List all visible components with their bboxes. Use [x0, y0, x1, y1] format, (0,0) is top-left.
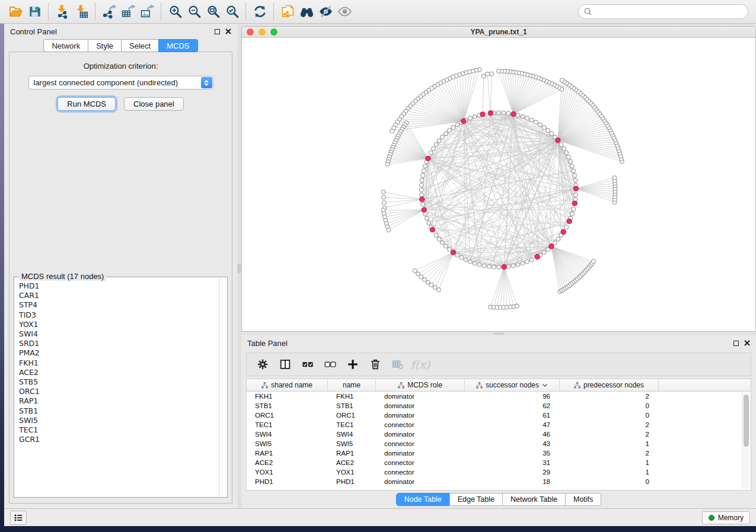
mcds-result-item[interactable]: SWI5	[19, 416, 219, 425]
mcds-result-item[interactable]: PMA2	[19, 348, 219, 358]
mcds-result-item[interactable]: PHD1	[19, 281, 219, 291]
float-panel-icon[interactable]	[215, 29, 220, 34]
tab-style[interactable]: Style	[88, 39, 122, 52]
toolbar-button-zoom-selected[interactable]	[222, 2, 241, 21]
column-header-shared-name[interactable]: shared name	[247, 379, 328, 391]
table-toolbar-button-split-panel[interactable]	[275, 355, 295, 374]
memory-button[interactable]: Memory	[702, 511, 750, 524]
network-edges	[422, 113, 576, 267]
table-row[interactable]: STB1STB1dominator620	[247, 401, 751, 411]
table-toolbar-button-deselect-all[interactable]	[320, 355, 340, 374]
table-cell: 2	[560, 392, 659, 401]
horizontal-splitter[interactable]	[241, 332, 756, 335]
toolbar-button-export-table[interactable]	[119, 2, 138, 21]
toolbar-button-import-table[interactable]	[72, 2, 91, 21]
table-scrollbar[interactable]	[742, 392, 749, 489]
mcds-result-item[interactable]: SRD1	[19, 339, 219, 348]
mcds-result-list[interactable]: PHD1CAR1STP4TID3YOX1SWI4SRD1PMA2FKH1ACE2…	[15, 278, 219, 496]
table-cell: YOX1	[247, 467, 328, 477]
tab-node-table[interactable]: Node Table	[396, 493, 450, 506]
tab-mcds[interactable]: MCDS	[158, 39, 197, 52]
vertical-splitter[interactable]	[237, 24, 241, 508]
table-row[interactable]: TEC1TEC1connector472	[247, 420, 751, 430]
toolbar-button-zoom-fit[interactable]	[203, 2, 222, 21]
table-toolbar-button-delete-row[interactable]	[365, 355, 385, 374]
close-panel-button[interactable]: Close panel	[124, 97, 184, 111]
table-scrollbar-thumb[interactable]	[744, 395, 749, 447]
column-header-label: MCDS role	[407, 381, 442, 389]
run-mcds-button[interactable]: Run MCDS	[58, 97, 116, 111]
toolbar-button-hide-selected[interactable]	[316, 2, 335, 21]
column-header-name[interactable]: name	[328, 379, 376, 391]
column-header-mcds-role[interactable]: MCDS role	[376, 379, 465, 391]
optimization-criterion-select[interactable]: largest connected component (undirected)	[28, 76, 213, 89]
toolbar-button-import-network[interactable]	[53, 2, 72, 21]
tab-select[interactable]: Select	[121, 39, 159, 52]
search-input[interactable]	[592, 8, 743, 16]
mcds-result-scrollbar[interactable]	[219, 278, 227, 496]
search-box[interactable]	[578, 4, 748, 19]
mcds-result-item[interactable]: ACE2	[19, 368, 219, 377]
column-header-successor-nodes[interactable]: successor nodes	[465, 379, 560, 391]
toolbar-button-export-image[interactable]	[138, 2, 157, 21]
mcds-result-item[interactable]: STB1	[19, 406, 219, 416]
table-cell: TEC1	[247, 420, 328, 430]
mcds-result-item[interactable]: SWI4	[19, 329, 219, 339]
add-row-icon	[346, 358, 359, 371]
table-row[interactable]: RAP1RAP1dominator352	[247, 448, 751, 458]
tab-motifs[interactable]: Motifs	[565, 493, 601, 506]
export-network-icon	[102, 4, 117, 19]
table-cell: PHD1	[328, 477, 376, 486]
first-neighbors-icon	[299, 4, 314, 19]
table-cell: dominator	[376, 401, 465, 411]
table-toolbar-button-select-all[interactable]	[298, 355, 318, 374]
table-toolbar-button-add-row[interactable]	[343, 355, 363, 374]
mcds-result-item[interactable]: STB5	[19, 377, 219, 387]
toolbar-button-zoom-out[interactable]	[184, 2, 203, 21]
table-row[interactable]: SWI5SWI5connector431	[247, 439, 751, 448]
column-type-icon	[574, 382, 580, 389]
mcds-result-item[interactable]: STP4	[19, 300, 219, 310]
table-row[interactable]: ORC1ORC1dominator610	[247, 411, 751, 420]
tab-network-table[interactable]: Network Table	[502, 493, 566, 506]
mcds-result-item[interactable]: FKH1	[19, 358, 219, 368]
tab-network[interactable]: Network	[43, 39, 88, 52]
toolbar-button-open-file[interactable]	[6, 2, 25, 21]
table-row[interactable]: SWI4SWI4dominator462	[247, 430, 751, 439]
splitter-grip[interactable]	[238, 264, 241, 273]
table-cell: 62	[465, 401, 560, 411]
network-canvas[interactable]	[242, 38, 755, 331]
mcds-result-item[interactable]: TID3	[19, 310, 219, 320]
toolbar-button-save-session[interactable]	[25, 2, 44, 21]
table-cell: FKH1	[247, 392, 328, 401]
toolbar-button-first-neighbors[interactable]	[297, 2, 316, 21]
mcds-result-item[interactable]: CAR1	[19, 291, 219, 300]
panel-list-button[interactable]	[10, 511, 27, 525]
table-row[interactable]: FKH1FKH1dominator962	[247, 392, 751, 401]
table-row[interactable]: ACE2ACE2connector311	[247, 458, 751, 467]
splitter-grip[interactable]	[493, 332, 504, 335]
close-panel-icon[interactable]	[225, 28, 231, 34]
table-row[interactable]: PHD1PHD1dominator180	[247, 477, 751, 486]
column-type-icon	[261, 382, 268, 389]
toolbar-button-clone-network[interactable]	[278, 2, 297, 21]
right-column: YPA_prune.txt_1 Table Panel	[241, 24, 756, 508]
float-panel-icon[interactable]	[733, 341, 739, 346]
table-row[interactable]: YOX1YOX1connector291	[247, 467, 751, 477]
column-header-predecessor-nodes[interactable]: predecessor nodes	[560, 379, 659, 391]
mcds-result-item[interactable]: YOX1	[19, 320, 219, 329]
table-toolbar-button-settings[interactable]	[253, 355, 273, 374]
mcds-result-item[interactable]: TEC1	[19, 425, 219, 435]
toolbar-button-export-network[interactable]	[100, 2, 119, 21]
mcds-result-item[interactable]: GCR1	[19, 435, 219, 444]
toolbar-button-refresh[interactable]	[250, 2, 269, 21]
mcds-result-item[interactable]: ORC1	[19, 387, 219, 396]
table-cell: SWI4	[328, 430, 376, 439]
close-panel-icon[interactable]	[744, 340, 750, 346]
toolbar-separator	[161, 4, 161, 20]
hide-selected-icon	[318, 4, 333, 19]
toolbar-button-zoom-in[interactable]	[165, 2, 184, 21]
tab-edge-table[interactable]: Edge Table	[449, 493, 503, 506]
toolbar-button-show-all[interactable]	[335, 2, 354, 21]
mcds-result-item[interactable]: RAP1	[19, 396, 219, 406]
